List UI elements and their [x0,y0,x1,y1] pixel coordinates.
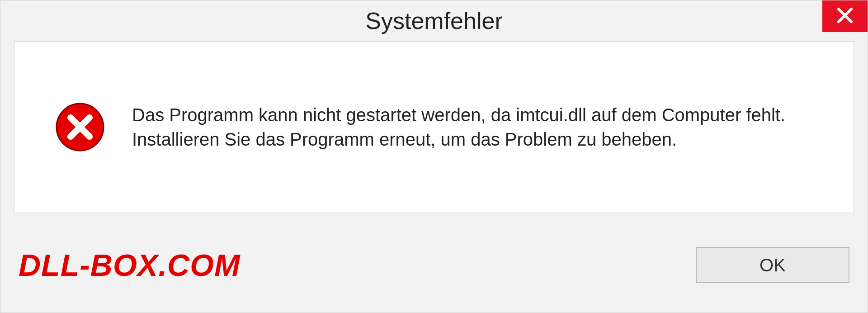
titlebar: Systemfehler [0,0,868,41]
watermark-text: DLL-BOX.COM [19,247,241,283]
close-button[interactable] [822,0,868,32]
close-icon [836,6,854,26]
content-panel: Das Programm kann nicht gestartet werden… [14,41,854,213]
ok-button[interactable]: OK [696,247,849,283]
system-error-dialog: Systemfehler Das Programm kann nicht ges… [0,0,868,313]
error-icon [55,102,105,152]
dialog-title: Systemfehler [365,7,502,34]
error-message: Das Programm kann nicht gestartet werden… [132,103,788,152]
ok-button-label: OK [760,255,786,275]
dialog-footer: DLL-BOX.COM OK [0,231,868,313]
